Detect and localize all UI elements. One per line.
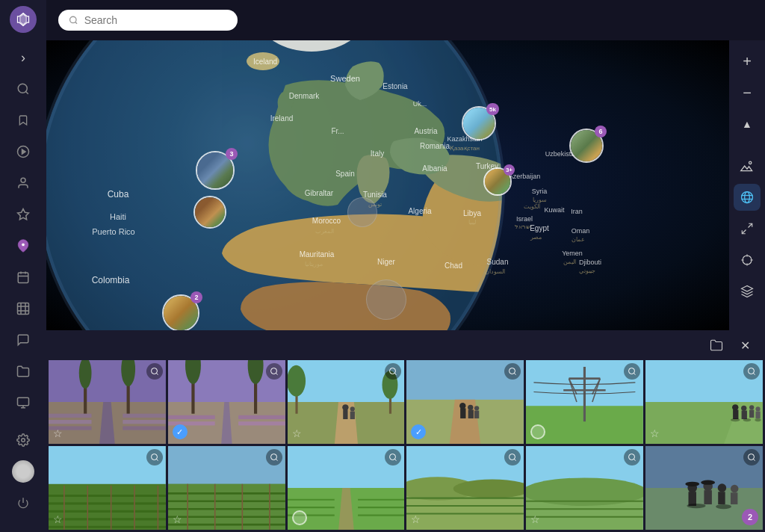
star-btn-3[interactable]: ☆ [292,427,302,439]
svg-rect-76 [238,421,285,425]
svg-point-117 [749,405,754,409]
settings-btn[interactable] [10,427,37,454]
user-avatar[interactable] [12,460,34,483]
photo-thumb-12[interactable]: 2 [645,446,763,530]
star-nav-btn[interactable] [10,201,37,228]
photo-thumb-1[interactable]: ☆ [49,360,166,444]
zoom-btn-6[interactable] [743,363,760,380]
oman-label: Oman [572,227,590,235]
svg-line-45 [742,230,746,234]
cuba-cluster[interactable]: 3 [196,151,235,190]
star-btn-6[interactable]: ☆ [650,427,660,439]
svg-line-44 [749,223,752,227]
folder-btn[interactable] [705,334,728,356]
power-btn[interactable] [10,489,37,516]
chat-nav-btn[interactable] [10,327,37,353]
svg-rect-120 [756,412,761,418]
calendar-nav-btn[interactable] [10,264,37,291]
check-btn-9[interactable] [292,510,307,525]
folder-nav-btn[interactable] [10,358,37,385]
globe-view-btn[interactable] [734,184,761,211]
star-btn-11[interactable]: ☆ [530,513,540,525]
check-btn-2[interactable]: ✓ [173,424,188,439]
star-btn-8[interactable]: ☆ [173,513,182,525]
person-nav-btn[interactable] [10,170,37,197]
svg-text:عمان: عمان [572,236,585,243]
gray-cluster-1[interactable] [347,197,377,227]
zoom-btn-11[interactable] [624,449,640,466]
photo-thumb-7[interactable]: ☆ [49,446,166,530]
thailand-cluster[interactable]: 3+ [483,167,512,196]
star-btn-7[interactable]: ☆ [53,513,63,525]
italy-label: Italy [371,149,384,158]
caribbean2-cluster[interactable] [193,196,226,229]
zoom-btn-12[interactable] [743,449,760,466]
mauritania-label: Mauritania [300,250,335,259]
svg-point-40 [742,192,753,203]
colombia-cluster[interactable]: 2 [162,294,199,330]
djibouti-label: Djibouti [579,259,601,266]
photo-thumb-9[interactable] [288,446,405,530]
svg-rect-98 [474,411,479,418]
zoom-out-btn[interactable]: − [734,79,761,106]
europe1-cluster[interactable]: 5k [462,106,496,140]
svg-point-19 [70,16,76,22]
locate-btn[interactable]: ▲ [734,111,761,137]
europe2-cluster[interactable]: 6 [569,129,604,163]
photo-thumb-6[interactable]: ☆ [645,360,763,444]
star-btn-10[interactable]: ☆ [411,513,421,525]
puertorico-text-label: Puerto Rico [92,227,134,236]
svg-rect-116 [742,411,747,420]
photo-thumb-5[interactable] [526,360,643,444]
svg-rect-94 [461,408,466,418]
zoom-btn-1[interactable] [146,363,163,380]
close-strip-btn[interactable]: ✕ [734,334,756,356]
svg-point-161 [390,454,396,460]
search-nav-btn[interactable] [10,75,37,102]
zoom-btn-7[interactable] [146,449,163,466]
globe-svg: Greenland Iceland Sweden Estonia Denmark… [46,40,644,330]
svg-point-123 [755,418,761,421]
cuba-text-label: Cuba [108,189,129,200]
photo-thumb-3[interactable]: ☆ [288,360,405,444]
photo-thumb-2[interactable]: ✓ [168,360,285,444]
play-nav-btn[interactable] [10,138,37,165]
photo-thumb-10[interactable]: ☆ [406,446,524,530]
photo-thumb-11[interactable]: ☆ [526,446,643,530]
expand-view-btn[interactable] [734,215,761,242]
expand-sidebar-btn[interactable]: › [10,44,37,71]
layers-btn[interactable] [734,278,761,305]
zoom-btn-2[interactable] [266,363,282,380]
svg-point-185 [731,485,738,492]
gibraltar-label: Gibraltar [305,189,334,197]
romania-label: Romania [420,142,450,150]
svg-point-46 [743,256,752,265]
star-btn-1[interactable]: ☆ [53,427,63,439]
svg-text:ليبيا: ليبيا [468,219,476,226]
globe-map[interactable]: Greenland Iceland Sweden Estonia Denmark… [46,40,729,330]
svg-point-121 [731,418,740,421]
bookmark-nav-btn[interactable] [10,107,37,134]
crosshair-btn[interactable] [734,247,761,273]
photo-thumb-8[interactable]: ☆ [168,446,285,530]
svg-point-189 [687,504,706,508]
zoom-btn-5[interactable] [624,363,640,380]
location-nav-btn[interactable] [10,232,37,259]
libya-label: Libya [463,209,481,217]
video-nav-btn[interactable] [10,389,37,416]
zoom-btn-8[interactable] [266,449,282,466]
search-input[interactable] [84,14,227,26]
svg-rect-186 [731,492,737,504]
landscape-btn[interactable] [734,152,761,179]
svg-point-41 [745,192,750,203]
gray-cluster-2[interactable] [366,279,406,320]
topbar [46,0,765,40]
photo-thumb-4[interactable]: ✓ [406,360,524,444]
ukraine-label: Uk... [413,100,427,108]
film-nav-btn[interactable] [10,295,37,322]
svg-rect-75 [238,415,285,419]
app-logo[interactable] [10,6,37,33]
svg-point-113 [732,404,738,410]
zoom-in-btn[interactable]: + [734,48,761,75]
svg-point-122 [743,418,751,421]
